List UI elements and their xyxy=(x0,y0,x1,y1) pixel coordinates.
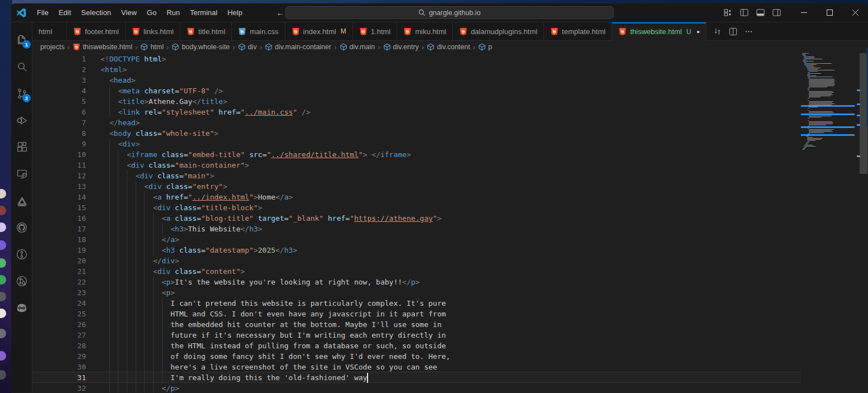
indent-guide xyxy=(109,96,110,107)
breadcrumb-item-div-main-container[interactable]: div.main-container xyxy=(265,43,331,51)
breadcrumb-item-div-entry[interactable]: div.entry xyxy=(383,43,419,51)
breadcrumb-label: p xyxy=(488,43,492,51)
breadcrumb-label: div.main-container xyxy=(275,43,331,51)
line-number: 25 xyxy=(32,309,86,319)
minimize-button[interactable] xyxy=(791,3,817,22)
minimap-line xyxy=(808,98,809,98)
customize-layout-icon[interactable] xyxy=(722,7,733,18)
indent-guide xyxy=(118,255,118,266)
indent-guide xyxy=(109,139,110,149)
tab-miku-html[interactable]: miku.html xyxy=(397,22,453,41)
code-line: </p> xyxy=(101,383,179,392)
tab-1-html[interactable]: 1.html xyxy=(353,22,397,41)
indent-guide xyxy=(144,330,145,340)
minimap[interactable] xyxy=(801,53,857,392)
breadcrumb-separator-icon: › xyxy=(473,43,475,51)
indent-guide xyxy=(136,255,136,266)
indent-guide xyxy=(118,372,118,383)
menu-file[interactable]: File xyxy=(32,6,54,20)
tab-html[interactable]: html xyxy=(32,22,67,41)
indent-guide xyxy=(127,202,127,213)
extension-triangle-icon[interactable] xyxy=(11,190,32,211)
breadcrumb-item-p[interactable]: p xyxy=(478,43,492,51)
tab-thiswebsite-html[interactable]: thiswebsite.htmlU● xyxy=(612,22,707,41)
toggle-panel-icon[interactable] xyxy=(755,7,766,18)
code-line: <h3>This Website</h3> xyxy=(101,224,263,234)
more-actions-icon[interactable] xyxy=(742,25,756,38)
remote-explorer-icon[interactable] xyxy=(11,163,32,184)
search-icon[interactable] xyxy=(11,56,32,77)
indent-guide xyxy=(153,383,154,392)
breadcrumb-item-div[interactable]: div xyxy=(238,43,257,51)
tab-dalamudplugins-html[interactable]: dalamudplugins.html xyxy=(453,22,544,41)
line-number: 9 xyxy=(32,139,86,149)
tab-title-html[interactable]: title.html xyxy=(180,22,232,41)
menu-view[interactable]: View xyxy=(116,6,142,20)
code-line: <body class="whole-site"> xyxy=(101,128,218,139)
overview-ruler-mark xyxy=(857,124,860,126)
desktop-app-circle xyxy=(0,351,6,361)
indent-guide xyxy=(127,213,127,224)
tab-index-html[interactable]: index.htmlM xyxy=(285,22,353,41)
indent-guide xyxy=(144,192,145,202)
breadcrumb-item-body-whole-site[interactable]: body.whole-site xyxy=(171,43,230,51)
maximize-button[interactable] xyxy=(817,3,842,22)
breadcrumb-item-html[interactable]: html xyxy=(140,43,164,51)
source-control-icon[interactable]: 2 xyxy=(11,83,32,104)
split-editor-icon[interactable] xyxy=(727,25,740,38)
tab-main-css[interactable]: main.css xyxy=(232,22,285,41)
indent-guide xyxy=(109,383,110,392)
indent-guide xyxy=(127,287,127,298)
menu-terminal[interactable]: Terminal xyxy=(185,6,222,20)
line-number: 13 xyxy=(32,181,86,192)
extensions-icon[interactable] xyxy=(11,136,32,158)
indent-guide xyxy=(136,192,136,202)
code-editor[interactable]: 1<!DOCTYPE html>2<html>3 <head>4 <meta c… xyxy=(32,53,801,392)
tab-label: index.html xyxy=(303,27,336,36)
git-graph-icon[interactable] xyxy=(11,271,32,292)
gitlens-icon[interactable] xyxy=(11,244,32,265)
line-number: 11 xyxy=(32,160,86,171)
close-button[interactable] xyxy=(842,3,868,22)
github-icon[interactable] xyxy=(11,217,32,238)
breadcrumb-item-div-main[interactable]: div.main xyxy=(340,43,375,51)
indent-guide xyxy=(127,245,127,255)
desktop-background: FileEditSelectionViewGoRunTerminalHelp ←… xyxy=(0,0,868,393)
toggle-primary-sidebar-icon[interactable] xyxy=(738,7,750,18)
titlebar-right xyxy=(722,3,868,22)
tab-template-html[interactable]: template.html xyxy=(544,22,612,41)
menu-help[interactable]: Help xyxy=(222,6,247,20)
indent-guide xyxy=(109,245,110,255)
line-number: 27 xyxy=(32,330,86,340)
line-number: 7 xyxy=(32,117,86,128)
menu-selection[interactable]: Selection xyxy=(76,6,116,20)
desktop-app-circle xyxy=(0,258,6,268)
explorer-icon[interactable]: 1 xyxy=(11,29,32,50)
back-arrow-icon[interactable]: ← xyxy=(274,8,287,17)
indent-guide xyxy=(109,107,110,117)
menu-edit[interactable]: Edit xyxy=(54,6,76,20)
menu-run[interactable]: Run xyxy=(161,6,185,20)
breadcrumb-item-div-content[interactable]: div.content xyxy=(427,43,470,51)
run-debug-icon[interactable] xyxy=(11,110,32,131)
tab-footer-html[interactable]: footer.html xyxy=(67,22,126,41)
tab-actions xyxy=(707,22,760,41)
toggle-secondary-sidebar-icon[interactable] xyxy=(771,7,782,18)
desktop-app-circle xyxy=(0,329,6,338)
open-changes-icon[interactable] xyxy=(711,25,724,38)
indent-guide xyxy=(136,319,136,330)
indent-guide xyxy=(118,351,118,362)
command-center-label: gnargle.github.io xyxy=(429,9,480,17)
unsaved-dot-icon[interactable]: ● xyxy=(697,29,699,35)
breadcrumb-item-projects[interactable]: projects xyxy=(40,43,65,51)
tab-bar: htmlfooter.htmllinks.htmltitle.htmlmain.… xyxy=(32,22,868,41)
minimap-line xyxy=(808,77,832,77)
tab-links-html[interactable]: links.html xyxy=(126,22,180,41)
godot-icon[interactable] xyxy=(11,297,32,319)
breadcrumb: projects›thiswebsite.html›html›body.whol… xyxy=(32,41,868,53)
tab-label: title.html xyxy=(198,27,225,36)
menu-go[interactable]: Go xyxy=(142,6,161,20)
breadcrumb-item-thiswebsite-html[interactable]: thiswebsite.html xyxy=(73,43,132,51)
command-center[interactable]: gnargle.github.io xyxy=(285,6,614,19)
indent-guide xyxy=(118,340,118,351)
